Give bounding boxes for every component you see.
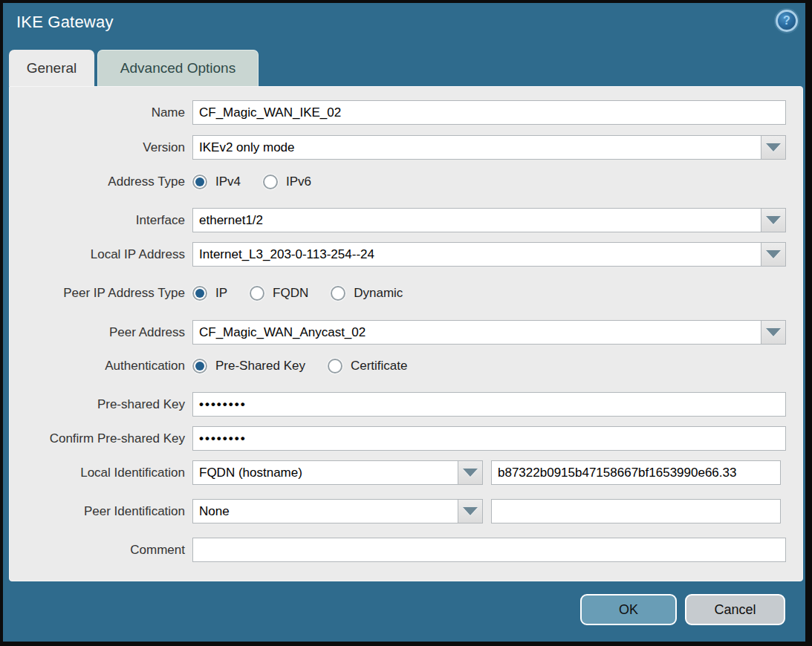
peer-identification-type-select[interactable] (192, 499, 458, 523)
peer-ip-type-label: Peer IP Address Type (10, 286, 192, 301)
version-label: Version (10, 140, 192, 155)
peer-identification-label: Peer Identification (10, 504, 192, 519)
radio-ip-icon[interactable] (192, 286, 207, 301)
local-ip-dropdown-button[interactable] (761, 242, 786, 267)
authentication-label: Authentication (10, 359, 192, 373)
preshared-key-input[interactable] (192, 392, 786, 417)
interface-label: Interface (10, 213, 192, 228)
comment-input[interactable] (192, 538, 786, 562)
radio-option-dynamic[interactable]: Dynamic (331, 281, 403, 305)
chevron-down-icon (766, 216, 781, 224)
radio-fqdn-icon[interactable] (250, 286, 264, 301)
address-type-row: Address Type IPv4 IPv6 (10, 169, 802, 194)
tab-bar: General Advanced Options (9, 50, 259, 86)
radio-option-fqdn[interactable]: FQDN (250, 281, 308, 305)
address-type-label: Address Type (10, 174, 192, 189)
general-tab-panel: Name Version Address Type (9, 86, 803, 581)
peer-identification-row: Peer Identification (10, 499, 802, 523)
tab-general[interactable]: General (9, 50, 94, 86)
comment-row: Comment (10, 538, 802, 562)
interface-select[interactable] (192, 208, 761, 232)
local-ip-row: Local IP Address (10, 242, 802, 267)
radio-fqdn-label: FQDN (273, 286, 308, 301)
local-identification-type-select[interactable] (192, 460, 458, 485)
local-identification-value-input[interactable] (491, 460, 781, 485)
cancel-button[interactable]: Cancel (685, 594, 785, 625)
confirm-preshared-key-label: Confirm Pre-shared Key (10, 431, 192, 446)
comment-label: Comment (10, 543, 192, 558)
chevron-down-icon (766, 143, 781, 151)
preshared-key-row: Pre-shared Key (10, 392, 802, 417)
radio-preshared-key-icon[interactable] (192, 359, 207, 373)
peer-address-dropdown-button[interactable] (761, 320, 786, 345)
ok-button[interactable]: OK (580, 594, 677, 625)
name-input[interactable] (192, 100, 786, 125)
confirm-preshared-key-row: Confirm Pre-shared Key (10, 426, 802, 451)
name-label: Name (10, 105, 192, 120)
local-ip-label: Local IP Address (10, 247, 192, 262)
radio-ipv6-label: IPv6 (286, 174, 311, 189)
chevron-down-icon (463, 469, 478, 477)
radio-option-ip[interactable]: IP (192, 281, 227, 305)
peer-identification-dropdown-button[interactable] (458, 499, 483, 523)
interface-dropdown-button[interactable] (761, 208, 786, 232)
radio-ipv6-icon[interactable] (263, 174, 278, 189)
chevron-down-icon (463, 507, 478, 515)
authentication-row: Authentication Pre-Shared Key Certificat… (10, 353, 802, 378)
peer-identification-value-input[interactable] (491, 499, 781, 523)
interface-row: Interface (10, 208, 802, 232)
chevron-down-icon (766, 328, 781, 336)
radio-dynamic-icon[interactable] (331, 286, 345, 301)
version-dropdown-button[interactable] (761, 135, 786, 160)
radio-preshared-key-label: Pre-Shared Key (215, 359, 305, 373)
preshared-key-label: Pre-shared Key (10, 397, 192, 412)
ike-gateway-dialog: IKE Gateway ? General Advanced Options N… (3, 3, 805, 642)
radio-option-ipv6[interactable]: IPv6 (263, 169, 311, 194)
radio-certificate-icon[interactable] (328, 359, 342, 373)
radio-option-preshared-key[interactable]: Pre-Shared Key (192, 353, 305, 378)
screen: IKE Gateway ? General Advanced Options N… (0, 0, 812, 646)
dialog-title: IKE Gateway (16, 13, 114, 32)
chevron-down-icon (766, 250, 781, 258)
local-ip-select[interactable] (192, 242, 761, 267)
radio-ipv4-icon[interactable] (192, 174, 207, 189)
help-icon[interactable]: ? (776, 10, 798, 32)
peer-ip-type-row: Peer IP Address Type IP FQDN Dynamic (10, 281, 802, 305)
local-identification-label: Local Identification (10, 466, 192, 480)
peer-address-select[interactable] (192, 320, 761, 345)
radio-certificate-label: Certificate (351, 359, 408, 373)
version-row: Version (10, 135, 802, 160)
peer-address-row: Peer Address (10, 320, 802, 345)
confirm-preshared-key-input[interactable] (192, 426, 786, 451)
local-identification-row: Local Identification (10, 460, 802, 485)
radio-ipv4-label: IPv4 (215, 174, 241, 189)
tab-advanced-options[interactable]: Advanced Options (97, 50, 259, 86)
name-row: Name (10, 100, 802, 125)
peer-address-label: Peer Address (10, 325, 192, 340)
radio-dynamic-label: Dynamic (354, 286, 403, 301)
radio-option-ipv4[interactable]: IPv4 (192, 169, 241, 194)
local-identification-dropdown-button[interactable] (458, 460, 483, 485)
radio-option-certificate[interactable]: Certificate (328, 353, 408, 378)
version-select[interactable] (192, 135, 761, 160)
radio-ip-label: IP (215, 286, 227, 301)
